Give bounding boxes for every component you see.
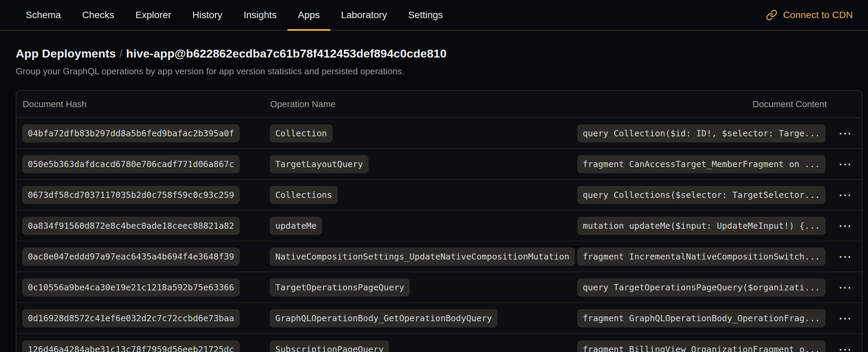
row-menu-button[interactable]: ⋯ [838,250,853,263]
document-hash-pill: 126d46a4284abe31c13c78f7959d56eeb21725dc [22,340,240,352]
document-content-pill[interactable]: mutation updateMe($input: UpdateMeInput!… [577,217,825,235]
tab-apps[interactable]: Apps [287,0,330,30]
table-row[interactable]: 0d16928d8572c41ef6e032d2c7c72ccbd6e73baa… [16,303,862,334]
tab-insights[interactable]: Insights [233,0,287,30]
table-row[interactable]: 0a834f91560d872e8c4bec0ade18ceec88821a82… [16,211,862,241]
row-menu-button[interactable]: ⋯ [838,281,853,294]
breadcrumb-separator: / [116,47,126,60]
table-row[interactable]: 0c10556a9be4ca30e19e21c1218a592b75e63366… [16,272,862,303]
document-content-pill[interactable]: query Collections($selector: TargetSelec… [577,186,825,204]
top-nav: SchemaChecksExplorerHistoryInsightsAppsL… [0,0,868,31]
table-row[interactable]: 0ac8e047eddd97a97eac6435a4b694f4e3648f39… [16,241,862,272]
tab-history[interactable]: History [182,0,233,30]
table-row[interactable]: 0673df58cd7037117035b2d0c758f59c0c93c259… [16,180,862,211]
operation-name-pill: Collection [270,124,333,142]
tab-explorer[interactable]: Explorer [125,0,182,30]
page-title: App Deployments/hive-app@b622862ecdba7c6… [16,45,852,62]
row-menu-button[interactable]: ⋯ [838,188,853,201]
operation-name-pill: SubscriptionPageQuery [270,340,389,352]
table-row[interactable]: 04bfa72dfb83b297dd8a5b6fed9bafac2b395a0f… [16,118,862,149]
document-hash-pill: 0ac8e047eddd97a97eac6435a4b694f4e3648f39 [22,248,240,266]
column-header-operation-name: Operation Name [270,99,752,110]
row-menu-button[interactable]: ⋯ [838,312,853,325]
row-menu-button[interactable]: ⋯ [838,219,853,232]
nav-tabs: SchemaChecksExplorerHistoryInsightsAppsL… [15,0,454,30]
table-row[interactable]: 126d46a4284abe31c13c78f7959d56eeb21725dc… [16,334,862,352]
deployments-table: Document Hash Operation Name Document Co… [16,90,863,352]
connect-to-cdn-label: Connect to CDN [783,10,853,21]
operation-name-pill: NativeCompositionSettings_UpdateNativeCo… [270,248,575,266]
tab-checks[interactable]: Checks [72,0,125,30]
operation-name-pill: GraphQLOperationBody_GetOperationBodyQue… [270,309,497,327]
operation-name-pill: TargetLayoutQuery [270,155,369,173]
document-content-pill[interactable]: query Collection($id: ID!, $selector: Ta… [577,124,825,142]
tab-schema[interactable]: Schema [15,0,72,30]
document-hash-pill: 04bfa72dfb83b297dd8a5b6fed9bafac2b395a0f [22,124,240,142]
operation-name-pill: Collections [270,186,338,204]
connect-to-cdn-link[interactable]: Connect to CDN [766,0,853,30]
tab-settings[interactable]: Settings [398,0,454,30]
document-content-pill[interactable]: fragment CanAccessTarget_MemberFragment … [577,155,825,173]
document-content-pill[interactable]: fragment GraphQLOperationBody_OperationF… [577,309,825,327]
document-content-pill[interactable]: query TargetOperationsPageQuery($organiz… [577,278,825,297]
row-menu-button[interactable]: ⋯ [838,158,853,171]
document-hash-pill: 0673df58cd7037117035b2d0c758f59c0c93c259 [22,186,240,204]
breadcrumb-root[interactable]: App Deployments [16,47,116,60]
row-menu-button[interactable]: ⋯ [838,343,853,352]
table-row[interactable]: 050e5b363dafdcacd6780e706cadf771d06a867c… [16,149,862,180]
document-hash-pill: 0a834f91560d872e8c4bec0ade18ceec88821a82 [22,217,240,235]
document-hash-pill: 0d16928d8572c41ef6e032d2c7c72ccbd6e73baa [22,309,240,327]
table-body: 04bfa72dfb83b297dd8a5b6fed9bafac2b395a0f… [16,118,862,352]
document-hash-pill: 050e5b363dafdcacd6780e706cadf771d06a867c [22,155,240,173]
operation-name-pill: updateMe [270,217,322,235]
table-header-row: Document Hash Operation Name Document Co… [16,91,862,118]
column-header-document-content: Document Content [752,99,827,110]
document-content-pill[interactable]: fragment IncrementalNativeCompositionSwi… [577,248,825,266]
tab-laboratory[interactable]: Laboratory [330,0,398,30]
page-subtitle: Group your GraphQL operations by app ver… [16,66,852,77]
row-menu-button[interactable]: ⋯ [838,127,853,140]
app-deployments-page: App Deployments/hive-app@b622862ecdba7c6… [0,45,868,352]
column-header-document-hash: Document Hash [23,99,270,110]
link-icon [766,9,777,21]
document-content-pill[interactable]: fragment BillingView_OrganizationFragmen… [577,340,825,352]
operation-name-pill: TargetOperationsPageQuery [270,278,410,297]
document-hash-pill: 0c10556a9be4ca30e19e21c1218a592b75e63366 [22,278,240,297]
breadcrumb-current: hive-app@b622862ecdba7c61b78f412453def89… [126,47,447,60]
